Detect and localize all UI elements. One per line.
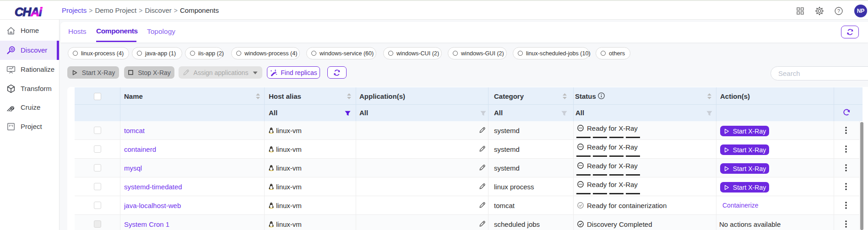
svg-text:CHAi: CHAi bbox=[15, 5, 43, 19]
svg-text:?: ? bbox=[837, 8, 840, 14]
